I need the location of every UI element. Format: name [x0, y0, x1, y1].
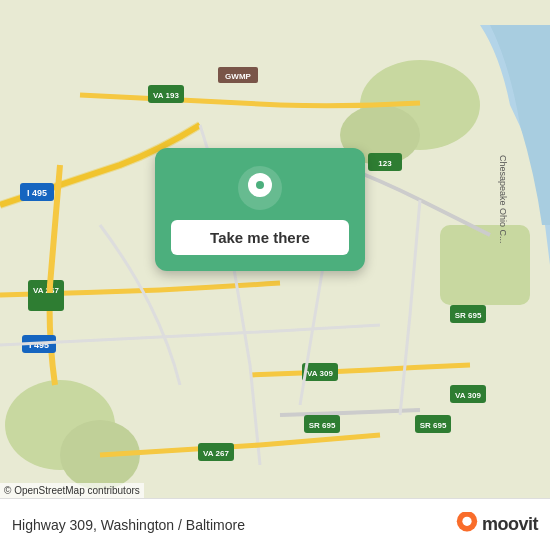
svg-text:VA 267: VA 267 — [203, 449, 229, 458]
svg-text:SR 695: SR 695 — [309, 421, 336, 430]
svg-text:SR 695: SR 695 — [455, 311, 482, 320]
svg-text:123: 123 — [378, 159, 392, 168]
svg-text:VA 309: VA 309 — [307, 369, 333, 378]
svg-text:SR 695: SR 695 — [420, 421, 447, 430]
moovit-brand-text: moovit — [482, 514, 538, 535]
bottom-info-bar: Highway 309, Washington / Baltimore moov… — [0, 498, 550, 550]
map-attribution: © OpenStreetMap contributors — [0, 483, 144, 498]
svg-point-37 — [462, 516, 471, 525]
moovit-logo: moovit — [456, 512, 538, 538]
map-container: I 495 VA 193 GWMP VA 267 I 495 123 VA 30… — [0, 0, 550, 550]
svg-text:GWMP: GWMP — [225, 72, 251, 81]
svg-text:VA 309: VA 309 — [455, 391, 481, 400]
map-background: I 495 VA 193 GWMP VA 267 I 495 123 VA 30… — [0, 0, 550, 550]
svg-point-35 — [256, 181, 264, 189]
location-pin-icon — [238, 166, 282, 210]
navigation-card[interactable]: Take me there — [155, 148, 365, 271]
svg-text:I 495: I 495 — [27, 188, 47, 198]
take-me-there-button[interactable]: Take me there — [171, 220, 349, 255]
svg-rect-28 — [28, 293, 64, 311]
svg-text:VA 193: VA 193 — [153, 91, 179, 100]
svg-text:Chesapeake Ohio C...: Chesapeake Ohio C... — [498, 155, 508, 244]
svg-rect-3 — [440, 225, 530, 305]
moovit-pin-icon — [456, 512, 478, 538]
location-name: Highway 309, Washington / Baltimore — [12, 517, 245, 533]
